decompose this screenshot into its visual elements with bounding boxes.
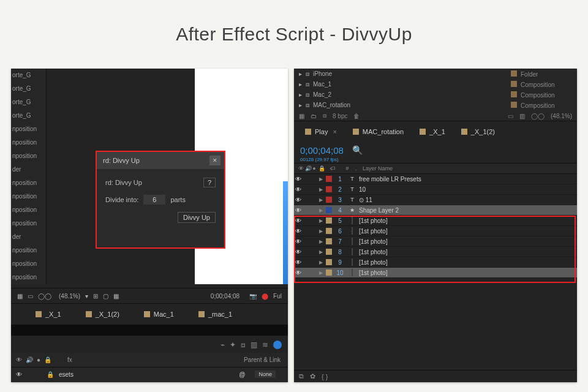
timeline-tab[interactable]: Mac_1 — [144, 311, 174, 318]
project-item[interactable]: nposition — [11, 149, 46, 163]
layer-row[interactable]: 👁▶1Tfree mobile LR Presets — [294, 174, 577, 184]
twirl-icon[interactable]: ▶ — [317, 260, 325, 265]
roi-icon[interactable]: ▢ — [103, 293, 108, 300]
mask-icon[interactable]: ◯◯ — [38, 293, 51, 300]
layer-row[interactable]: 👁▶9[1st photo] — [294, 257, 577, 268]
snapshot-icon[interactable]: 📷 — [249, 293, 257, 300]
dialog-titlebar[interactable]: rd: Divvy Up ✕ — [97, 152, 224, 169]
twirl-icon[interactable]: ▶ — [317, 270, 325, 276]
project-item[interactable]: nposition — [11, 123, 46, 136]
label-swatch[interactable] — [326, 270, 332, 276]
eye-icon[interactable]: 👁 — [294, 270, 303, 276]
label-swatch[interactable] — [326, 197, 332, 203]
project-item[interactable]: der — [11, 163, 46, 176]
layer-row[interactable]: 👁 🔒 esets @ None — [11, 368, 288, 381]
depth-icon[interactable]: ▭ — [28, 293, 33, 300]
layer-row[interactable]: 👁▶8[1st photo] — [294, 247, 577, 257]
search-icon[interactable]: 🔍 — [352, 145, 363, 155]
trash-icon[interactable]: 🗑 — [353, 113, 360, 119]
folder-icon[interactable]: 🗀 — [311, 113, 317, 119]
project-item[interactable]: nposition — [11, 244, 46, 257]
project-item[interactable]: nposition — [11, 271, 46, 284]
motion-blur-icon[interactable]: ✦ — [230, 341, 236, 349]
view1-icon[interactable]: ▭ — [508, 113, 513, 119]
label-swatch[interactable] — [326, 228, 332, 234]
twirl-icon[interactable]: ▶ — [317, 176, 325, 182]
timeline-tab[interactable]: _mac_1 — [198, 311, 232, 318]
twirl-icon[interactable]: ▶ — [317, 208, 325, 213]
eye-icon[interactable]: 👁 — [294, 186, 303, 193]
timeline-tab[interactable]: _X_1 — [36, 311, 61, 318]
eye-icon[interactable]: 👁 — [294, 217, 303, 224]
label-swatch[interactable] — [326, 259, 332, 265]
blue-toggle-icon[interactable] — [273, 341, 282, 349]
interpret-icon[interactable]: ▦ — [299, 113, 304, 119]
frame-blend-icon[interactable]: ▥ — [251, 341, 257, 349]
label-swatch[interactable] — [326, 176, 332, 182]
comp-new-icon[interactable]: ⧈ — [323, 112, 326, 119]
label-swatch[interactable] — [326, 207, 332, 213]
twirl-icon[interactable]: ▶ — [317, 187, 325, 192]
brackets-icon[interactable]: { } — [322, 373, 328, 380]
grid-icon[interactable]: ▦ — [17, 293, 23, 300]
project-item[interactable]: nposition — [11, 176, 46, 190]
timeline-tab[interactable]: _X_1 — [420, 128, 445, 135]
glasses-icon[interactable]: ◯◯ — [531, 113, 545, 119]
layer-row[interactable]: 👁▶6[1st photo] — [294, 226, 577, 236]
project-item[interactable]: orte_G — [11, 69, 46, 82]
timeline-tab[interactable]: _X_1(2) — [86, 311, 119, 318]
project-item[interactable]: nposition — [11, 217, 46, 230]
eye-icon[interactable]: 👁 — [294, 228, 303, 235]
timeline-tab[interactable]: _X_1(2) — [461, 128, 495, 135]
project-item[interactable]: nposition — [11, 190, 46, 203]
project-item[interactable]: ▸⧈iPhoneFolder — [299, 69, 572, 79]
eye-icon[interactable]: 👁 — [294, 249, 303, 255]
zoom-readout[interactable]: (48.1%) — [59, 293, 80, 300]
help-button[interactable]: ? — [203, 178, 216, 187]
timeline-track[interactable] — [11, 325, 288, 336]
eye-icon[interactable]: 👁 — [294, 238, 303, 245]
divvy-up-button[interactable]: Divvy Up — [178, 212, 216, 223]
project-item[interactable]: orte_G — [11, 82, 46, 96]
project-item[interactable]: nposition — [11, 136, 46, 149]
twirl-icon[interactable]: ▶ — [317, 249, 325, 255]
pickwhip-icon[interactable]: @ — [239, 371, 245, 378]
eye-icon[interactable]: 👁 — [294, 207, 303, 214]
zoom-readout-right[interactable]: (48.1%) — [551, 113, 572, 119]
label-swatch[interactable] — [326, 186, 332, 192]
project-item[interactable]: orte_G — [11, 109, 46, 123]
resolution-icon[interactable]: ⊞ — [93, 293, 98, 300]
eye-icon[interactable]: 👁 — [16, 371, 22, 378]
layer-row[interactable]: 👁▶2T10 — [294, 184, 577, 195]
eye-icon[interactable]: 👁 — [294, 197, 303, 203]
resolution-full-label[interactable]: Ful — [273, 293, 282, 300]
viewer-timecode[interactable]: 0;00;04;08 — [211, 293, 239, 300]
layer-row[interactable]: 👁▶3T⊙ 11 — [294, 195, 577, 205]
view2-icon[interactable]: ▥ — [519, 113, 525, 119]
twirl-icon[interactable]: ▶ — [317, 218, 325, 224]
project-item[interactable]: nposition — [11, 257, 46, 271]
label-swatch[interactable] — [326, 249, 332, 255]
close-icon[interactable]: ✕ — [209, 156, 221, 165]
bpc-label[interactable]: 8 bpc — [333, 113, 347, 119]
lock-icon[interactable]: 🔒 — [47, 371, 54, 378]
twirl-icon[interactable]: ▶ — [317, 239, 325, 244]
timeline-opts-icon[interactable]: ✿ — [310, 372, 315, 380]
cube-icon[interactable]: ⧈ — [241, 341, 246, 349]
project-item[interactable]: ▸⧈MAC_rotationComposition — [299, 100, 572, 110]
eye-icon[interactable]: 👁 — [294, 176, 303, 183]
color-channels-icon[interactable]: ⬤ — [262, 293, 268, 300]
project-item[interactable]: orte_G — [11, 96, 46, 109]
label-swatch[interactable] — [326, 238, 332, 244]
graph-icon[interactable]: ⌁ — [221, 341, 225, 349]
layer-row[interactable]: 👁▶10[1st photo] — [294, 268, 577, 278]
project-item[interactable]: der — [11, 230, 46, 244]
layer-row[interactable]: 👁▶4★Shape Layer 2 — [294, 205, 577, 216]
toggle-switches-icon[interactable]: ⧉ — [299, 372, 304, 380]
zoom-dropdown-icon[interactable]: ▾ — [85, 293, 88, 300]
twirl-icon[interactable]: ▶ — [317, 197, 325, 203]
project-item[interactable]: nposition — [11, 203, 46, 217]
transparency-icon[interactable]: ▦ — [113, 293, 119, 300]
eye-icon[interactable]: 👁 — [294, 259, 303, 266]
timeline-tab[interactable]: MAC_rotation — [353, 128, 404, 135]
